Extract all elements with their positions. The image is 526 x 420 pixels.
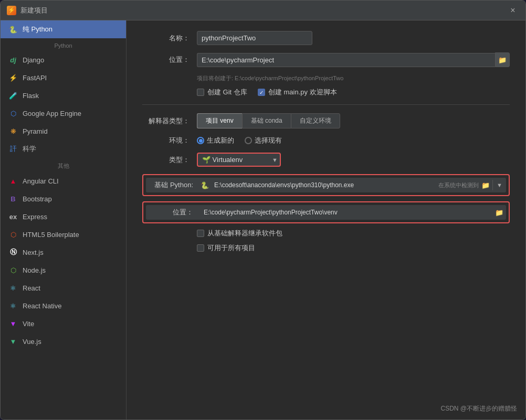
pyramid-icon: ❋: [8, 126, 18, 136]
sidebar-item-html5-boilerplate[interactable]: ⬡ HTML5 Boilerplate: [1, 225, 126, 243]
available-for-all-checkbox[interactable]: [197, 244, 204, 252]
react-icon: ⚛: [8, 283, 18, 293]
react-native-icon: ⚛: [8, 300, 18, 311]
sidebar: 🐍 纯 Python Python dj Django ⚡ FastAPI 🧪 …: [1, 20, 127, 419]
base-python-inner: 基础 Python: 🐍 E:\codesoft\anaconda\envs\p…: [146, 178, 506, 192]
options-row: 创建 Git 仓库 创建 main.py 欢迎脚本: [197, 88, 510, 97]
env-row: 环境： 生成新的 选择现有: [142, 136, 510, 145]
mainpy-checkbox-label: 创建 main.py 欢迎脚本: [268, 88, 337, 97]
nodejs-icon: ⬡: [8, 265, 18, 275]
new-project-dialog: ⚡ 新建项目 × 🐍 纯 Python Python dj Django ⚡ F…: [0, 0, 526, 420]
base-python-badge: 在系统中检测到: [438, 181, 479, 189]
git-checkbox-label: 创建 Git 仓库: [207, 88, 247, 97]
sidebar-item-label: HTML5 Boilerplate: [23, 231, 79, 239]
python-section-label: Python: [1, 38, 126, 51]
radio-generate[interactable]: 生成新的: [197, 136, 234, 145]
location-input[interactable]: [197, 53, 495, 67]
radio-select-circle[interactable]: [245, 137, 252, 144]
sidebar-item-react-native[interactable]: ⚛ React Native: [1, 297, 126, 315]
git-checkbox[interactable]: [197, 89, 204, 96]
base-python-dropdown-button[interactable]: ▼: [492, 180, 506, 190]
env-label: 环境：: [142, 136, 190, 145]
radio-select-label: 选择现有: [255, 136, 282, 145]
inherit-packages-checkbox[interactable]: [197, 230, 204, 237]
location-input-group: 📁: [197, 52, 510, 67]
sidebar-item-label: Django: [23, 56, 44, 64]
base-python-label: 基础 Python:: [146, 178, 193, 192]
vite-icon: ▼: [8, 318, 18, 329]
inherit-packages-label: 从基础解释器继承软件包: [207, 229, 282, 238]
other-section-label: 其他: [1, 158, 126, 172]
type-dropdown-container: 🌱 Virtualenv Pipenv Poetry Conda ▼: [197, 153, 281, 167]
venv-location-folder-button[interactable]: 📁: [492, 207, 506, 219]
available-for-all-label: 可用于所有项目: [207, 243, 255, 253]
env-radio-group: 生成新的 选择现有: [197, 136, 282, 145]
venv-location-highlighted-row: 位置： E:\code\pycharmProject\pythonProject…: [142, 201, 510, 223]
sidebar-item-label: Flask: [23, 92, 39, 100]
mainpy-checkbox[interactable]: [258, 89, 265, 96]
interpreter-tabs: 项目 venv 基础 conda 自定义环境: [197, 113, 340, 128]
available-for-all-row: 可用于所有项目: [197, 243, 510, 253]
sidebar-item-label: Vite: [23, 320, 34, 328]
angular-icon: ▲: [8, 176, 18, 186]
sidebar-item-bootstrap[interactable]: B Bootstrap: [1, 190, 126, 208]
content-area: 名称： 位置： 📁 项目将创建于: E:\code\pycharmProject…: [127, 20, 525, 419]
git-checkbox-item[interactable]: 创建 Git 仓库: [197, 88, 247, 97]
python-icon: 🐍: [8, 24, 18, 35]
sidebar-item-fastapi[interactable]: ⚡ FastAPI: [1, 69, 126, 87]
python-path-icon: 🐍: [201, 181, 209, 189]
tab-custom-env[interactable]: 自定义环境: [291, 113, 340, 128]
sidebar-item-nextjs[interactable]: Ⓝ Next.js: [1, 243, 126, 261]
sidebar-item-label: Express: [23, 213, 47, 221]
sidebar-item-angular-cli[interactable]: ▲ Angular CLI: [1, 172, 126, 190]
sidebar-item-label: Google App Engine: [23, 110, 81, 117]
html5-icon: ⬡: [8, 229, 18, 240]
close-button[interactable]: ×: [507, 4, 519, 17]
sidebar-item-nodejs[interactable]: ⬡ Node.js: [1, 261, 126, 279]
sidebar-item-pure-python[interactable]: 🐍 纯 Python: [1, 20, 126, 38]
fastapi-icon: ⚡: [8, 72, 18, 83]
sidebar-item-django[interactable]: dj Django: [1, 51, 126, 69]
sidebar-item-label: 科学: [23, 144, 36, 154]
venv-location-value: E:\code\pycharmProject\pythonProjectTwo\…: [201, 206, 492, 219]
sidebar-item-google-app-engine[interactable]: ⬡ Google App Engine: [1, 104, 126, 122]
sidebar-item-label: Vue.js: [23, 338, 41, 346]
mainpy-checkbox-item[interactable]: 创建 main.py 欢迎脚本: [258, 88, 337, 97]
type-row: 类型： 🌱 Virtualenv Pipenv Poetry Conda ▼: [142, 153, 510, 167]
radio-generate-circle[interactable]: [197, 137, 204, 144]
sidebar-item-flask[interactable]: 🧪 Flask: [1, 87, 126, 104]
sidebar-item-label: Next.js: [23, 249, 44, 256]
flask-icon: 🧪: [8, 90, 18, 101]
name-input[interactable]: [197, 31, 312, 45]
tab-base-conda[interactable]: 基础 conda: [242, 113, 291, 128]
name-label: 名称：: [142, 34, 190, 43]
sidebar-item-vuejs[interactable]: ▼ Vue.js: [1, 332, 126, 350]
location-row: 位置： 📁: [142, 52, 510, 67]
location-folder-button[interactable]: 📁: [495, 52, 510, 67]
base-python-highlighted-row: 基础 Python: 🐍 E:\codesoft\anaconda\envs\p…: [142, 174, 510, 196]
sidebar-item-express[interactable]: ex Express: [1, 208, 126, 225]
venv-location-label: 位置：: [146, 205, 193, 220]
vuejs-icon: ▼: [8, 336, 18, 347]
app-icon: ⚡: [7, 6, 16, 15]
sidebar-item-label: FastAPI: [23, 74, 47, 82]
sidebar-item-sci[interactable]: 訐 科学: [1, 140, 126, 158]
type-dropdown[interactable]: 🌱 Virtualenv Pipenv Poetry Conda: [197, 153, 281, 167]
sidebar-item-label: 纯 Python: [23, 25, 52, 34]
sidebar-item-react[interactable]: ⚛ React: [1, 279, 126, 297]
main-layout: 🐍 纯 Python Python dj Django ⚡ FastAPI 🧪 …: [1, 20, 525, 419]
title-bar: ⚡ 新建项目 ×: [1, 1, 525, 20]
express-icon: ex: [8, 211, 18, 222]
base-python-value: E:\codesoft\anaconda\envs\python310\pyth…: [211, 179, 436, 191]
sidebar-item-vite[interactable]: ▼ Vite: [1, 315, 126, 332]
sidebar-item-label: Node.js: [23, 266, 46, 274]
sidebar-item-label: React: [23, 284, 40, 292]
path-hint: 项目将创建于: E:\code\pycharmProject\pythonPro…: [197, 74, 510, 82]
sidebar-item-pyramid[interactable]: ❋ Pyramid: [1, 122, 126, 140]
dialog-title: 新建项目: [20, 6, 507, 15]
tab-project-venv[interactable]: 项目 venv: [197, 113, 242, 128]
base-python-folder-button[interactable]: 📁: [479, 179, 492, 191]
interpreter-type-row: 解释器类型： 项目 venv 基础 conda 自定义环境: [142, 113, 510, 128]
bootstrap-icon: B: [8, 193, 18, 204]
radio-select[interactable]: 选择现有: [245, 136, 282, 145]
